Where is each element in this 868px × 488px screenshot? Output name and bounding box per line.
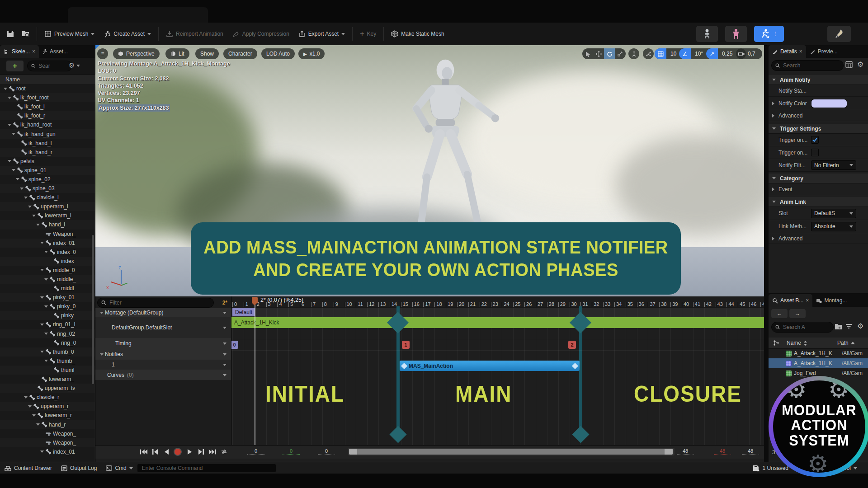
montage-slot-track[interactable]: Default bbox=[231, 307, 764, 318]
prop-advanced-2[interactable]: Advanced bbox=[769, 233, 868, 244]
scrollbar-thumb[interactable] bbox=[349, 449, 673, 455]
skeleton-mode-button[interactable] bbox=[696, 26, 718, 42]
skeleton-tree-row[interactable]: spine_02 bbox=[0, 175, 95, 184]
view-start-value[interactable]: 0 bbox=[318, 448, 335, 455]
skeleton-tree-row[interactable]: ring_0 bbox=[0, 338, 95, 347]
play-speed-button[interactable]: ▶ x1,0 bbox=[298, 48, 325, 59]
skeleton-tree-row[interactable]: middle_ bbox=[0, 275, 95, 284]
skeleton-tree-row[interactable]: ik_foot_r bbox=[0, 111, 95, 120]
skeleton-tree-row[interactable]: ik_hand_r bbox=[0, 148, 95, 157]
view-end-value[interactable]: 48 bbox=[677, 448, 694, 455]
search-input[interactable] bbox=[782, 324, 830, 331]
to-end-button[interactable] bbox=[208, 447, 217, 456]
notify-track-row[interactable]: 1 bbox=[95, 360, 231, 370]
expander-icon[interactable] bbox=[40, 269, 44, 271]
browse-to-asset-button[interactable] bbox=[18, 26, 34, 42]
export-asset-button[interactable]: Export Asset bbox=[294, 26, 349, 42]
expander-icon[interactable] bbox=[40, 242, 44, 244]
details-view-options-button[interactable] bbox=[845, 61, 853, 70]
expander-icon[interactable] bbox=[44, 333, 48, 335]
chevron-down-icon[interactable] bbox=[223, 343, 226, 345]
console-input-wrap[interactable] bbox=[137, 464, 276, 472]
add-bone-button[interactable]: + bbox=[6, 61, 24, 71]
prop-slot[interactable]: Slot DefaultS bbox=[769, 207, 868, 220]
prop-notify-state[interactable]: Notify Sta... bbox=[769, 85, 868, 97]
skeleton-tree-row[interactable]: pelvis bbox=[0, 157, 95, 166]
tab-asset-browser[interactable]: Asset B... × bbox=[769, 294, 812, 307]
character-button[interactable]: Character bbox=[223, 48, 257, 59]
lit-button[interactable]: Lit bbox=[165, 48, 189, 59]
to-front-button[interactable] bbox=[139, 447, 149, 456]
timeline-ruler[interactable]: 0123456789101112131415161718192021222324… bbox=[231, 296, 764, 308]
skeleton-tree-row[interactable]: index_01 bbox=[0, 239, 95, 248]
forward-button[interactable]: → bbox=[789, 309, 806, 318]
chevron-down-icon[interactable] bbox=[223, 364, 226, 366]
tab-montage-sections[interactable]: Montag... bbox=[812, 294, 850, 307]
skeleton-tree-row[interactable]: upperarm_l bbox=[0, 202, 95, 211]
expander-icon[interactable] bbox=[12, 133, 15, 135]
details-settings-button[interactable]: ⚙ bbox=[857, 60, 863, 69]
expander-icon[interactable] bbox=[28, 206, 32, 208]
play-button[interactable] bbox=[185, 447, 195, 456]
skeleton-tree-row[interactable]: lowerarm_l bbox=[0, 211, 95, 220]
preview-mesh-button[interactable]: Preview Mesh bbox=[40, 26, 99, 42]
animation-mode-button[interactable]: ⋮ bbox=[754, 26, 784, 42]
section-badge-0[interactable]: 0 bbox=[231, 341, 238, 349]
checkbox-checked[interactable] bbox=[811, 136, 819, 144]
back-button[interactable]: ← bbox=[771, 309, 788, 318]
prop-trigger-on-2[interactable]: Trigger on... bbox=[769, 146, 868, 159]
expander-icon[interactable] bbox=[20, 188, 24, 190]
skeleton-tree-row[interactable]: index_01 bbox=[0, 447, 95, 456]
skeleton-tree-row[interactable]: ik_foot_root bbox=[0, 93, 95, 102]
console-input[interactable] bbox=[141, 465, 272, 472]
key-button[interactable]: + Key bbox=[355, 26, 381, 42]
expander-icon[interactable] bbox=[772, 237, 774, 240]
timeline-tracks-area[interactable]: 0123456789101112131415161718192021222324… bbox=[231, 296, 764, 445]
tree-scrollbar[interactable] bbox=[92, 235, 94, 384]
skeleton-tree-row[interactable]: index bbox=[0, 257, 95, 266]
expander-icon[interactable] bbox=[28, 405, 32, 408]
slot-row[interactable]: DefaultGroup.DefaultSlot bbox=[95, 317, 231, 338]
prop-notify-color[interactable]: Notify Color bbox=[769, 97, 868, 110]
notify-handle-right[interactable] bbox=[572, 362, 578, 369]
column-header-name[interactable]: Name bbox=[784, 338, 838, 349]
playback-start-value[interactable]: 0 bbox=[247, 448, 264, 455]
rotate-tool[interactable] bbox=[604, 48, 615, 59]
skeleton-tree-row[interactable]: ik_hand_gun bbox=[0, 129, 95, 138]
column-header-path[interactable]: Path bbox=[835, 338, 868, 349]
expander-icon[interactable] bbox=[772, 188, 774, 191]
skeleton-tree-row[interactable]: index_0 bbox=[0, 248, 95, 257]
tree-name-header[interactable]: Name bbox=[0, 74, 100, 85]
skeleton-tree-row[interactable]: Weapon_ bbox=[0, 429, 95, 438]
expander-icon[interactable] bbox=[40, 324, 44, 326]
skeleton-tree-row[interactable]: thumb_ bbox=[0, 357, 95, 366]
expander-icon[interactable] bbox=[44, 305, 48, 308]
playhead-line[interactable] bbox=[255, 303, 255, 445]
close-icon[interactable]: × bbox=[799, 48, 802, 55]
make-static-mesh-button[interactable]: Make Static Mesh bbox=[387, 26, 448, 42]
details-search[interactable] bbox=[771, 60, 844, 71]
total-frames-value[interactable]: 48 bbox=[742, 448, 759, 455]
tab-details[interactable]: Details × bbox=[769, 45, 806, 58]
section-trigger-settings[interactable]: Trigger Settings bbox=[769, 124, 868, 134]
tab-skeleton-tree[interactable]: Skele... × bbox=[0, 45, 39, 58]
link-method-dropdown[interactable]: Absolute bbox=[811, 222, 856, 231]
expander-icon[interactable] bbox=[8, 160, 11, 162]
reimport-animation-button[interactable]: Reimport Animation bbox=[161, 26, 228, 42]
expander-icon[interactable] bbox=[40, 450, 44, 453]
step-back-button[interactable] bbox=[150, 447, 160, 456]
folder-filter-button[interactable] bbox=[835, 323, 842, 331]
notify-color-swatch[interactable] bbox=[811, 99, 847, 108]
expander-icon[interactable] bbox=[16, 178, 19, 180]
save-button[interactable] bbox=[3, 26, 18, 42]
filter-button[interactable] bbox=[845, 323, 852, 331]
skeleton-tree-row[interactable]: ring_02 bbox=[0, 329, 95, 338]
asset-search[interactable] bbox=[771, 322, 834, 333]
scale-tool[interactable] bbox=[615, 48, 626, 59]
timeline-scrollbar[interactable] bbox=[348, 448, 675, 455]
skeleton-tree-row[interactable]: clavicle_r bbox=[0, 393, 95, 402]
expander-icon[interactable] bbox=[24, 396, 28, 399]
section-category[interactable]: Category bbox=[769, 174, 868, 183]
camera-speed-control[interactable]: 0,7 bbox=[736, 48, 762, 59]
skeleton-tree-row[interactable]: ik_hand_l bbox=[0, 139, 95, 148]
